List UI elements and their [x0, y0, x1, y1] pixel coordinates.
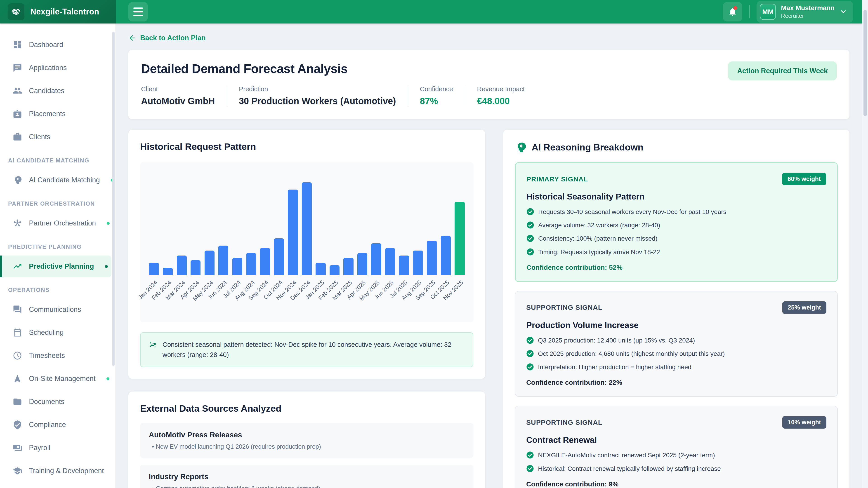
sidebar-item-scheduling[interactable]: Scheduling — [0, 322, 116, 344]
sidebar-item-label: On-Site Management — [29, 375, 96, 383]
meta-label: Client — [141, 86, 215, 93]
sidebar-scrollbar-thumb[interactable] — [112, 32, 115, 366]
signal-bullet: Consistency: 100% (pattern never missed) — [526, 234, 826, 243]
source-item-industry-reports: Industry Reports German automotive order… — [140, 465, 473, 488]
menu-icon — [133, 7, 143, 9]
sidebar-item-label: Predictive Planning — [29, 262, 94, 270]
chart-bar-jan-2024[interactable] — [149, 263, 159, 275]
chart-bar-feb-2025[interactable] — [330, 265, 340, 275]
avatar: MM — [760, 4, 776, 20]
chart-bar-jul-2025[interactable] — [399, 256, 409, 275]
signal-bullet: Oct 2025 production: 4,680 units (highes… — [526, 349, 827, 358]
chart-bar-may-2025[interactable] — [371, 243, 381, 275]
chart-bar-oct-2024[interactable] — [274, 238, 284, 275]
chart-bar-jan-2025[interactable] — [315, 263, 326, 275]
weight-badge: 25% weight — [782, 301, 827, 314]
chart-bar-feb-2024[interactable] — [163, 268, 173, 275]
meta-confidence: Confidence 87% — [408, 86, 465, 106]
topbar-right: MM Max Mustermann Recruiter — [723, 1, 862, 23]
chart-bar-jun-2024[interactable] — [218, 246, 228, 275]
sidebar-item-label: Candidates — [29, 87, 64, 95]
confidence-contribution: Confidence contribution: 52% — [526, 264, 826, 271]
sidebar-item-training-development[interactable]: Training & Development — [0, 460, 116, 482]
school-icon — [13, 466, 22, 476]
chart-bar-sep-2024[interactable] — [260, 248, 270, 275]
meta-value: AutoMotiv GmbH — [141, 96, 215, 106]
signal-title: Contract Renewal — [526, 435, 827, 445]
meta-value: 30 Production Workers (Automotive) — [239, 96, 396, 106]
sidebar-section-label-predictive-planning: PREDICTIVE PLANNING — [0, 235, 116, 254]
sidebar-item-label: Communications — [29, 305, 81, 314]
chart-bar-aug-2024[interactable] — [246, 253, 256, 275]
sidebar-item-on-site-management[interactable]: On-Site Management — [0, 368, 116, 390]
sidebar: Dashboard Applications Candidates Placem… — [0, 24, 116, 488]
ai-reasoning-card: AI Reasoning Breakdown PRIMARY SIGNAL 60… — [503, 130, 849, 488]
sidebar-item-candidates[interactable]: Candidates — [0, 80, 116, 102]
chart-bar-dec-2024[interactable] — [302, 182, 312, 275]
left-column: Historical Request Pattern Jan 2024Feb 2… — [128, 130, 485, 488]
source-title: AutoMotiv Press Releases — [149, 431, 465, 439]
chart-bar-may-2024[interactable] — [205, 251, 215, 275]
sidebar-item-placements[interactable]: Placements — [0, 103, 116, 125]
payments-icon — [13, 443, 22, 453]
sidebar-section-label-partner-orchestration: PARTNER ORCHESTRATION — [0, 192, 116, 211]
chart-bar-apr-2024[interactable] — [191, 260, 200, 275]
active-dot — [107, 222, 110, 225]
sidebar-item-label: Dashboard — [29, 41, 63, 49]
confidence-contribution: Confidence contribution: 22% — [526, 379, 827, 386]
signal-kind-label: PRIMARY SIGNAL — [526, 175, 588, 183]
sidebar-item-payroll[interactable]: Payroll — [0, 437, 116, 459]
sidebar-item-compliance[interactable]: Compliance — [0, 414, 116, 435]
sidebar-item-documents[interactable]: Documents — [0, 391, 116, 413]
chart-bar-jul-2024[interactable] — [232, 258, 242, 275]
chart-bar-nov-2025[interactable] — [455, 202, 465, 275]
back-link[interactable]: Back to Action Plan — [128, 34, 206, 42]
signal-bullet: Historical: Contract renewal typically f… — [526, 464, 827, 473]
chart-bar-apr-2025[interactable] — [358, 253, 367, 275]
badge-id-icon — [13, 109, 22, 119]
chart-bar-sep-2025[interactable] — [427, 241, 437, 275]
handshake-icon — [11, 6, 21, 17]
weight-badge: 10% weight — [782, 416, 827, 429]
back-arrow-icon — [128, 34, 136, 42]
handshake-logo — [8, 3, 24, 20]
chart-bar-mar-2025[interactable] — [343, 258, 353, 275]
check-circle-icon — [526, 336, 534, 344]
active-dot — [106, 377, 110, 380]
chart-title: Historical Request Pattern — [140, 141, 473, 152]
signal-bullet: Requests 30-40 seasonal workers every No… — [526, 207, 826, 216]
chart-bar-jun-2025[interactable] — [385, 248, 395, 275]
meta-label: Confidence — [420, 86, 453, 93]
chat-icon — [13, 63, 22, 72]
app-title: Nexgile-Talentron — [30, 7, 99, 17]
sidebar-item-applications[interactable]: Applications — [0, 57, 116, 78]
check-circle-icon — [526, 208, 534, 216]
sidebar-item-communications[interactable]: Communications — [0, 299, 116, 320]
hamburger-button[interactable] — [128, 2, 148, 22]
sidebar-item-clients[interactable]: Clients — [0, 126, 116, 148]
page-title: Detailed Demand Forecast Analysis — [141, 61, 536, 76]
signal-card-historical-seasonality-pattern: PRIMARY SIGNAL 60% weight Historical Sea… — [515, 162, 838, 282]
meta-label: Prediction — [239, 86, 396, 93]
chart-bar-oct-2025[interactable] — [441, 236, 451, 275]
meta-revenue-impact: Revenue Impact €48.000 — [465, 86, 536, 106]
sidebar-item-ai-candidate-matching[interactable]: AI Candidate Matching — [0, 169, 116, 191]
meta-client: Client AutoMotiv GmbH — [141, 86, 227, 106]
chart-bar-mar-2024[interactable] — [177, 256, 187, 275]
chart-bar-aug-2025[interactable] — [413, 251, 423, 275]
chart-callout: Consistent seasonal pattern detected: No… — [140, 332, 473, 367]
source-item-automotiv-press-releases: AutoMotiv Press Releases New EV model la… — [140, 423, 473, 458]
sidebar-item-dashboard[interactable]: Dashboard — [0, 34, 116, 56]
user-role: Recruiter — [781, 13, 835, 19]
window-scrollbar-thumb[interactable] — [864, 10, 867, 116]
user-menu[interactable]: MM Max Mustermann Recruiter — [756, 1, 853, 23]
sidebar-item-timesheets[interactable]: Timesheets — [0, 345, 116, 366]
meta-value: €48.000 — [477, 96, 525, 106]
chart-bar-nov-2024[interactable] — [288, 190, 298, 275]
topbar-divider — [749, 5, 750, 18]
external-sources-card: External Data Sources Analyzed AutoMotiv… — [128, 392, 485, 488]
sidebar-item-predictive-planning[interactable]: Predictive Planning — [0, 256, 112, 277]
sidebar-item-partner-orchestration[interactable]: Partner Orchestration — [0, 213, 116, 234]
meta-value: 87% — [420, 96, 453, 106]
notification-button[interactable] — [723, 2, 742, 22]
